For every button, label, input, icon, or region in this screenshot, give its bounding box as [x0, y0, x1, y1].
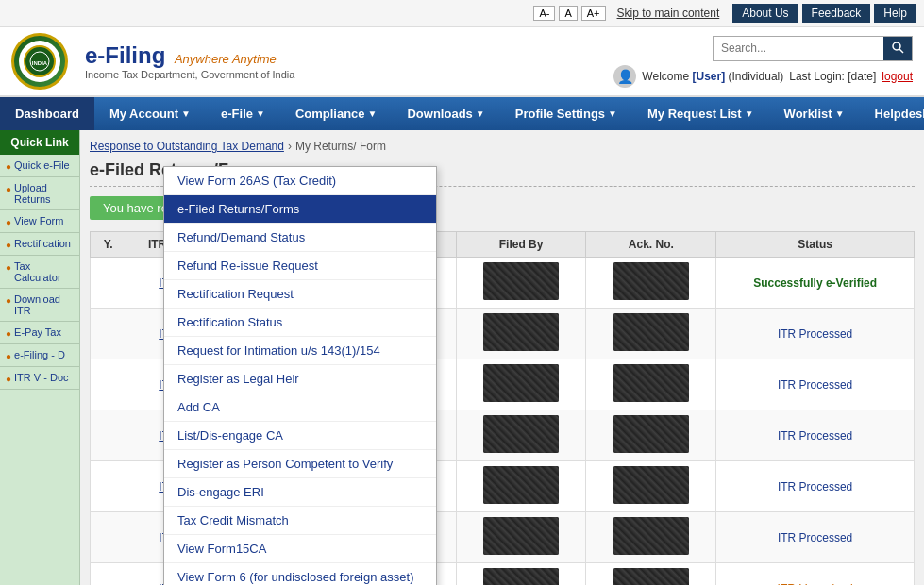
cell-year [91, 410, 126, 461]
top-bar: A- A A+ Skip to main content About Us Fe… [0, 0, 924, 27]
dropdown-item-refund-reissue[interactable]: Refund Re-issue Request [164, 252, 436, 280]
cell-ack-no [586, 461, 716, 512]
skip-to-main-link[interactable]: Skip to main content [617, 7, 720, 20]
sidebar-item-tax-calculator[interactable]: ● Tax Calculator [0, 256, 79, 289]
sidebar-bullet: ● [6, 295, 11, 306]
redacted-filed-by [483, 262, 559, 300]
cell-filed-by [456, 512, 586, 563]
nav-arrow-worklist: ▼ [835, 109, 845, 119]
main-content: View Form 26AS (Tax Credit) e-Filed Retu… [80, 130, 924, 585]
cell-year [91, 461, 126, 512]
dropdown-item-request-intimation[interactable]: Request for Intimation u/s 143(1)/154 [164, 337, 436, 365]
sidebar-item-view-form[interactable]: ● View Form [0, 210, 79, 233]
font-increase-button[interactable]: A+ [581, 6, 606, 21]
cell-year [91, 258, 126, 309]
redacted-filed-by [483, 313, 559, 351]
sidebar-bullet: ● [6, 351, 11, 361]
redacted-ack [613, 415, 689, 453]
cell-year [91, 309, 126, 359]
sidebar-item-upload-returns[interactable]: ● Upload Returns [0, 177, 79, 210]
dropdown-item-rectification-status[interactable]: Rectification Status [164, 309, 436, 337]
sidebar-item-efiling-d[interactable]: ● e-Filing - D [0, 344, 79, 367]
sidebar-item-download-itr[interactable]: ● Download ITR [0, 289, 79, 322]
header-right: 👤 Welcome [User] (Individual) Last Login… [613, 36, 913, 88]
sidebar-item-rectification[interactable]: ● Rectification [0, 233, 79, 256]
cell-filed-by [456, 258, 586, 309]
sidebar-bullet: ● [6, 240, 11, 250]
dropdown-item-tax-credit-mismatch[interactable]: Tax Credit Mismatch [164, 507, 436, 535]
font-decrease-button[interactable]: A- [533, 6, 555, 21]
cell-ack-no [586, 359, 716, 410]
dropdown-item-list-disengage-ca[interactable]: List/Dis-engage CA [164, 422, 436, 450]
dropdown-item-efiled-returns[interactable]: e-Filed Returns/Forms [164, 195, 436, 224]
breadcrumb-response-outstanding[interactable]: Response to Outstanding Tax Demand [90, 140, 284, 153]
logout-link[interactable]: logout [882, 70, 913, 83]
dropdown-item-disengage-eri[interactable]: Dis-engage ERI [164, 478, 436, 507]
dropdown-item-register-competent[interactable]: Register as Person Competent to Verify [164, 450, 436, 478]
cell-status: ITR Processed [716, 359, 915, 410]
sidebar-item-itrv-doc[interactable]: ● ITR V - Doc [0, 367, 79, 390]
sidebar-item-epay-tax[interactable]: ● E-Pay Tax [0, 322, 79, 344]
nav-item-worklist[interactable]: Worklist ▼ [769, 97, 860, 130]
nav-item-dashboard[interactable]: Dashboard [0, 97, 94, 130]
cell-filed-by [456, 410, 586, 461]
dropdown-item-add-ca: Add CA [164, 393, 436, 422]
help-button[interactable]: Help [874, 4, 916, 23]
nav-item-my-request-list[interactable]: My Request List ▼ [632, 97, 769, 130]
svg-text:INDIA: INDIA [32, 60, 48, 66]
redacted-ack [613, 262, 689, 300]
sidebar-bullet: ● [6, 262, 11, 273]
search-bar [713, 36, 913, 61]
redacted-ack [613, 466, 689, 504]
search-button[interactable] [883, 37, 912, 60]
dropdown-item-view-form-26as[interactable]: View Form 26AS (Tax Credit) [164, 167, 436, 195]
brand-efiling: e-Filing [85, 42, 165, 68]
nav-item-profile-settings[interactable]: Profile Settings ▼ [500, 97, 632, 130]
logo-emblem: INDIA [11, 33, 68, 90]
my-account-dropdown: View Form 26AS (Tax Credit) e-Filed Retu… [163, 166, 437, 585]
brand-tagline: Anywhere Anytime [175, 52, 277, 66]
cell-year [91, 359, 126, 410]
nav-arrow-my-request-list: ▼ [745, 109, 754, 119]
redacted-ack [613, 364, 689, 402]
cell-ack-no [586, 563, 716, 586]
dropdown-item-view-form6[interactable]: View Form 6 (for undisclosed foreign ass… [164, 563, 436, 585]
font-controls: A- A A+ [533, 6, 605, 21]
redacted-filed-by [483, 364, 559, 402]
redacted-filed-by [483, 415, 559, 453]
breadcrumb-current: My Returns/ Form [295, 140, 386, 153]
sidebar: Quick Link ● Quick e-File ● Upload Retur… [0, 130, 80, 585]
dropdown-item-view-form15ca[interactable]: View Form15CA [164, 535, 436, 563]
user-avatar-icon: 👤 [613, 65, 636, 88]
col-header-status: Status [716, 232, 915, 258]
nav-item-compliance[interactable]: Compliance ▼ [280, 97, 393, 130]
feedback-button[interactable]: Feedback [802, 4, 871, 23]
col-header-filed-by: Filed By [456, 232, 586, 258]
brand-dept: Income Tax Department, Government of Ind… [85, 69, 294, 80]
sidebar-bullet: ● [6, 217, 11, 227]
cell-filed-by [456, 461, 586, 512]
search-input[interactable] [714, 38, 883, 58]
dropdown-item-register-legal-heir[interactable]: Register as Legal Heir [164, 365, 436, 393]
redacted-ack [613, 568, 689, 585]
cell-ack-no [586, 512, 716, 563]
logo-area: INDIA e-Filing Anywhere Anytime Income T… [11, 33, 294, 90]
sidebar-bullet: ● [6, 328, 11, 339]
sidebar-item-quick-efile[interactable]: ● Quick e-File [0, 155, 79, 177]
nav-item-downloads[interactable]: Downloads ▼ [392, 97, 499, 130]
cell-filed-by [456, 359, 586, 410]
sidebar-bullet: ● [6, 161, 11, 172]
dropdown-item-refund-demand-status[interactable]: Refund/Demand Status [164, 224, 436, 252]
nav-arrow-efile: ▼ [256, 109, 265, 119]
nav-item-my-account[interactable]: My Account ▼ [94, 97, 206, 130]
about-us-button[interactable]: About Us [732, 4, 798, 23]
main-nav: Dashboard My Account ▼ e-File ▼ Complian… [0, 97, 924, 130]
nav-item-helpdesk[interactable]: Helpdesk ▼ [860, 97, 924, 130]
dropdown-item-rectification-request[interactable]: Rectification Request [164, 280, 436, 309]
font-normal-button[interactable]: A [559, 6, 577, 21]
redacted-filed-by [483, 466, 559, 504]
sidebar-bullet: ● [6, 184, 11, 194]
cell-status: ITR Processed [716, 461, 915, 512]
header: INDIA e-Filing Anywhere Anytime Income T… [0, 27, 924, 97]
nav-item-efile[interactable]: e-File ▼ [206, 97, 280, 130]
